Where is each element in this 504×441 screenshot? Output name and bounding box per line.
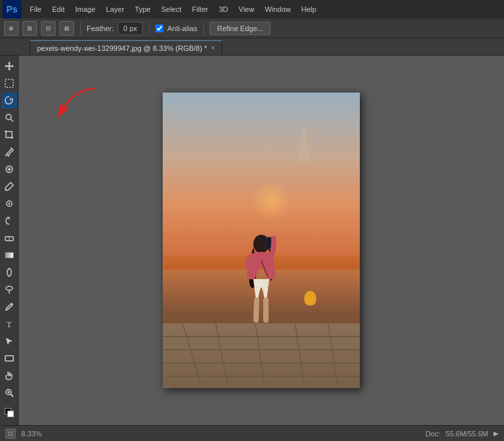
type-tool[interactable]: T — [1, 316, 17, 332]
canvas-area[interactable] — [19, 56, 504, 425]
menu-layer[interactable]: Layer — [101, 3, 129, 15]
selection-mode-new[interactable]: ⊕ — [4, 21, 19, 36]
toolbar: T — [0, 56, 19, 425]
document-tab[interactable]: pexels-wendy-wei-13299947.jpg @ 8.33% (R… — [30, 40, 222, 55]
main-area: T — [0, 56, 504, 425]
menu-view[interactable]: View — [234, 3, 259, 15]
path-select-tool[interactable] — [1, 333, 17, 349]
doc-size: 55.6M/55.6M — [446, 430, 488, 438]
separator-2 — [149, 22, 149, 35]
selection-mode-intersect[interactable]: ⊠ — [60, 21, 74, 36]
menu-window[interactable]: Window — [260, 3, 295, 15]
selection-mode-add[interactable]: ⊞ — [22, 21, 37, 36]
menu-edit[interactable]: Edit — [48, 3, 69, 15]
svg-line-27 — [255, 323, 265, 388]
selection-mode-subtract[interactable]: ⊟ — [41, 21, 56, 36]
svg-text:T: T — [7, 320, 12, 329]
lasso-tool[interactable] — [1, 93, 17, 108]
svg-point-12 — [6, 286, 13, 290]
blur-tool[interactable] — [1, 264, 17, 280]
zoom-tool[interactable] — [1, 385, 17, 401]
svg-line-25 — [183, 323, 202, 388]
dock-planks — [163, 323, 360, 388]
separator-1 — [80, 22, 81, 35]
foreground-color-swatch[interactable] — [1, 405, 17, 421]
shape-tool[interactable] — [1, 350, 17, 366]
zoom-level: 8.33% — [21, 430, 42, 438]
gradient-tool[interactable] — [1, 247, 17, 263]
dock-layer — [163, 323, 360, 388]
antialias-label: Anti-alias — [167, 24, 197, 32]
move-tool[interactable] — [1, 58, 17, 74]
svg-point-8 — [8, 203, 10, 205]
pen-tool[interactable] — [1, 299, 17, 315]
svg-point-6 — [5, 189, 7, 191]
options-bar: ⊕ ⊞ ⊟ ⊠ Feather: Anti-alias Refine Edge.… — [0, 19, 504, 38]
menu-file[interactable]: File — [25, 3, 46, 15]
menu-3d[interactable]: 3D — [214, 3, 233, 15]
svg-point-14 — [11, 303, 13, 305]
sun-glow — [251, 181, 291, 221]
eraser-tool[interactable] — [1, 230, 17, 246]
svg-line-26 — [216, 323, 229, 388]
menu-image[interactable]: Image — [71, 3, 101, 15]
svg-line-2 — [11, 119, 13, 122]
canvas-document — [163, 93, 360, 388]
clone-stamp-tool[interactable] — [1, 196, 17, 212]
svg-line-18 — [11, 394, 13, 397]
quick-select-tool[interactable] — [1, 110, 17, 126]
person-silhouette — [235, 224, 288, 323]
separator-3 — [203, 22, 204, 35]
eyedropper-tool[interactable] — [1, 144, 17, 160]
buoy — [304, 291, 316, 305]
svg-rect-0 — [5, 79, 13, 87]
healing-tool[interactable] — [1, 161, 17, 177]
feather-label: Feather: — [87, 24, 114, 32]
history-brush-tool[interactable] — [1, 213, 17, 229]
marquee-tool[interactable] — [1, 75, 17, 91]
tab-bar: pexels-wendy-wei-13299947.jpg @ 8.33% (R… — [0, 38, 504, 56]
svg-line-29 — [328, 323, 338, 388]
svg-line-28 — [295, 323, 305, 388]
svg-rect-16 — [5, 356, 13, 361]
status-bar: ⊡ 8.33% Doc: 55.6M/55.6M ▶ — [0, 425, 504, 441]
menu-bar: Ps File Edit Image Layer Type Select Fil… — [0, 0, 504, 19]
svg-rect-11 — [5, 253, 13, 258]
svg-line-33 — [256, 300, 257, 320]
antialias-checkbox[interactable] — [155, 24, 163, 32]
photoshop-logo: Ps — [3, 0, 21, 19]
brush-tool[interactable] — [1, 179, 17, 194]
red-arrow-annotation — [53, 85, 99, 122]
menu-help[interactable]: Help — [297, 3, 321, 15]
tab-filename: pexels-wendy-wei-13299947.jpg @ 8.33% (R… — [37, 44, 207, 52]
tab-close-button[interactable]: × — [211, 44, 215, 52]
menu-type[interactable]: Type — [130, 3, 155, 15]
menu-select[interactable]: Select — [157, 3, 187, 15]
feather-input[interactable] — [118, 22, 143, 35]
canvas-image — [163, 93, 360, 388]
status-proof-icon[interactable]: ⊡ — [5, 428, 16, 439]
hand-tool[interactable] — [1, 368, 17, 383]
dodge-tool[interactable] — [1, 282, 17, 298]
status-arrow-button[interactable]: ▶ — [493, 430, 499, 437]
refine-edge-button[interactable]: Refine Edge... — [210, 22, 271, 35]
svg-point-1 — [6, 114, 11, 120]
doc-label: Doc: — [425, 430, 441, 438]
menu-filter[interactable]: Filter — [187, 3, 212, 15]
crop-tool[interactable] — [1, 127, 17, 143]
